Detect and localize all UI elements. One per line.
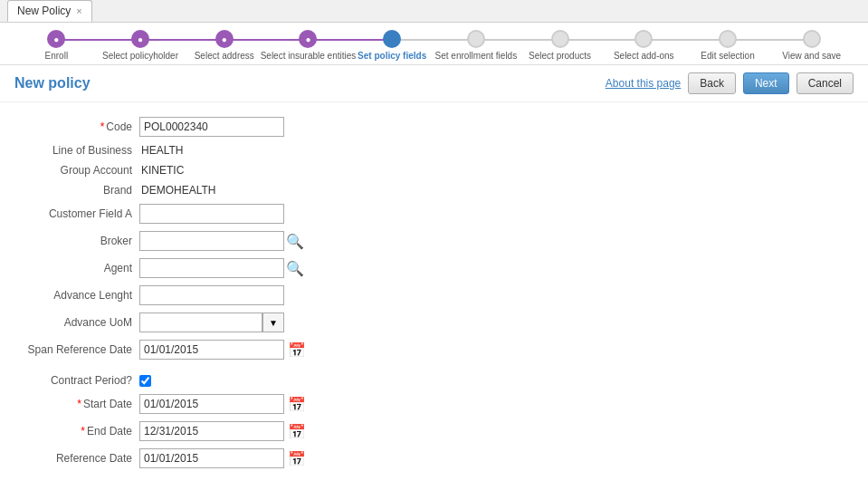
step-label-select-address: Select address xyxy=(195,51,254,61)
lob-value: HEALTH xyxy=(139,144,183,157)
span-ref-date-input[interactable] xyxy=(139,340,284,360)
broker-row: Broker 🔍 xyxy=(22,231,846,251)
step-label-select-insurable-entities: Select insurable entities xyxy=(261,51,357,61)
advance-uom-label: Advance UoM xyxy=(22,316,139,329)
wizard-step-select-address[interactable]: ●Select address xyxy=(182,30,266,61)
start-date-calendar-icon[interactable]: 📅 xyxy=(288,396,306,413)
step-label-set-policy-fields: Set policy fields xyxy=(358,51,426,61)
start-date-row: *Start Date 📅 xyxy=(22,394,846,414)
span-ref-date-row: Span Reference Date 📅 xyxy=(22,340,846,360)
step-label-select-policyholder: Select policyholder xyxy=(102,51,178,61)
dropdown-arrow-icon: ▼ xyxy=(269,318,278,328)
wizard-steps: ●Enroll●Select policyholder●Select addre… xyxy=(14,30,854,61)
brand-label: Brand xyxy=(22,184,139,197)
wizard-step-view-and-save[interactable]: View and save xyxy=(769,30,854,61)
code-input[interactable] xyxy=(139,117,284,137)
advance-length-row: Advance Lenght xyxy=(22,285,846,305)
form-area: *Code Line of Business HEALTH Group Acco… xyxy=(0,102,868,490)
broker-input[interactable] xyxy=(139,231,284,251)
span-ref-date-label: Span Reference Date xyxy=(22,343,139,356)
wizard-step-select-policyholder[interactable]: ●Select policyholder xyxy=(99,30,183,61)
brand-value: DEMOHEALTH xyxy=(139,184,215,197)
page-header: New policy About this page Back Next Can… xyxy=(0,65,868,102)
broker-search-button[interactable]: 🔍 xyxy=(284,233,306,250)
reference-date-label: Reference Date xyxy=(22,452,139,465)
reference-date-input[interactable] xyxy=(139,448,284,468)
new-policy-tab[interactable]: New Policy × xyxy=(7,0,92,22)
advance-uom-input[interactable] xyxy=(139,312,262,332)
next-button[interactable]: Next xyxy=(743,72,789,94)
cancel-button[interactable]: Cancel xyxy=(796,72,854,94)
page-title: New policy xyxy=(14,75,91,91)
step-label-set-enrollment-fields: Set enrollment fields xyxy=(435,51,518,61)
step-label-view-and-save: View and save xyxy=(782,51,841,61)
back-button[interactable]: Back xyxy=(688,72,736,94)
wizard-step-select-products[interactable]: Select products xyxy=(518,30,602,61)
advance-uom-row: Advance UoM ▼ xyxy=(22,312,846,332)
agent-search-icon: 🔍 xyxy=(286,261,304,276)
customer-field-a-row: Customer Field A xyxy=(22,204,846,224)
end-date-row: *End Date 📅 xyxy=(22,421,846,441)
agent-search-button[interactable]: 🔍 xyxy=(284,260,306,277)
code-row: *Code xyxy=(22,117,846,137)
advance-length-label: Advance Lenght xyxy=(22,289,139,302)
header-actions: About this page Back Next Cancel xyxy=(606,72,854,94)
customer-field-a-label: Customer Field A xyxy=(22,207,139,220)
end-date-calendar-icon[interactable]: 📅 xyxy=(288,423,306,440)
step-label-edit-selection: Edit selection xyxy=(701,51,754,61)
contract-period-row: Contract Period? xyxy=(22,374,846,387)
broker-label: Broker xyxy=(22,235,139,247)
advance-length-input[interactable] xyxy=(139,285,284,305)
reference-date-calendar-icon[interactable]: 📅 xyxy=(288,450,306,467)
agent-input[interactable] xyxy=(139,258,284,278)
agent-label: Agent xyxy=(22,262,139,274)
wizard-step-enroll[interactable]: ●Enroll xyxy=(14,30,99,61)
tab-bar: New Policy × xyxy=(0,0,868,23)
step-label-select-products: Select products xyxy=(529,51,591,61)
step-label-enroll: Enroll xyxy=(45,51,69,61)
wizard-bar: ●Enroll●Select policyholder●Select addre… xyxy=(0,23,868,65)
wizard-step-select-addons[interactable]: Select add-ons xyxy=(602,30,686,61)
code-label: *Code xyxy=(22,120,139,133)
reference-date-row: Reference Date 📅 xyxy=(22,448,846,468)
group-account-label: Group Account xyxy=(22,164,139,177)
span-ref-date-calendar-icon[interactable]: 📅 xyxy=(288,341,306,359)
end-date-label: *End Date xyxy=(22,425,139,438)
contract-period-label: Contract Period? xyxy=(22,374,139,387)
about-page-link[interactable]: About this page xyxy=(606,77,681,90)
tab-close-icon[interactable]: × xyxy=(76,5,81,16)
customer-field-a-input[interactable] xyxy=(139,204,284,224)
step-label-select-addons: Select add-ons xyxy=(614,51,674,61)
group-account-row: Group Account KINETIC xyxy=(22,164,846,177)
contract-period-checkbox[interactable] xyxy=(139,375,151,387)
wizard-step-set-policy-fields[interactable]: Set policy fields xyxy=(350,30,434,61)
advance-uom-dropdown-button[interactable]: ▼ xyxy=(262,312,284,332)
group-account-value: KINETIC xyxy=(139,164,184,177)
wizard-step-edit-selection[interactable]: Edit selection xyxy=(686,30,770,61)
lob-label: Line of Business xyxy=(22,144,139,157)
wizard-step-set-enrollment-fields[interactable]: Set enrollment fields xyxy=(434,30,519,61)
start-date-input[interactable] xyxy=(139,394,284,414)
end-date-input[interactable] xyxy=(139,421,284,441)
broker-search-icon: 🔍 xyxy=(286,234,304,249)
start-date-label: *Start Date xyxy=(22,398,139,410)
brand-row: Brand DEMOHEALTH xyxy=(22,184,846,197)
tab-label: New Policy xyxy=(17,5,71,17)
agent-row: Agent 🔍 xyxy=(22,258,846,278)
lob-row: Line of Business HEALTH xyxy=(22,144,846,157)
wizard-step-select-insurable-entities[interactable]: ●Select insurable entities xyxy=(266,30,350,61)
